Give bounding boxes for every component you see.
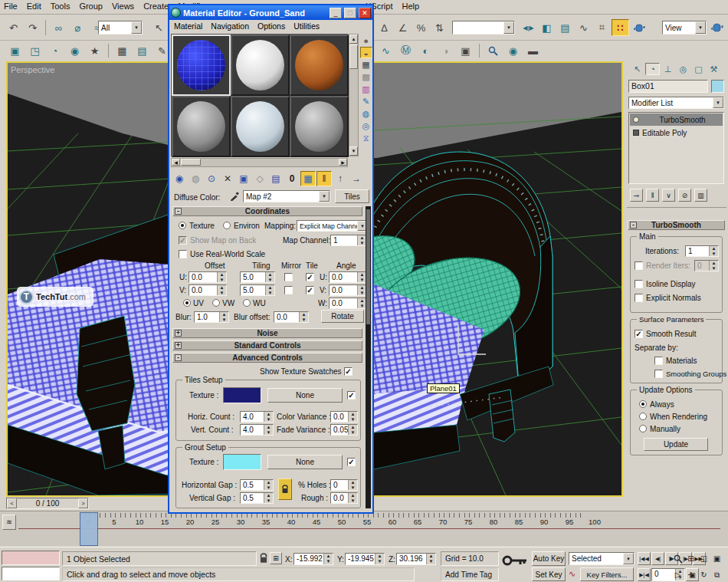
map-name-dropdown[interactable]: Map #2▼ xyxy=(243,190,330,202)
unlink-icon[interactable]: ⌀ xyxy=(69,19,87,36)
sphere-tool-icon[interactable]: ◔ xyxy=(46,42,64,59)
material-options-icon[interactable]: ◍ xyxy=(360,108,372,120)
configure-modifier-sets-icon[interactable]: ▥ xyxy=(694,189,707,202)
close-button[interactable]: ✕ xyxy=(359,8,371,18)
spinner[interactable] xyxy=(264,480,273,490)
me-menu-material[interactable]: Material xyxy=(174,21,202,31)
spinner[interactable] xyxy=(375,554,384,564)
render-scene-icon[interactable]: ◐ xyxy=(417,42,435,59)
map-type-button[interactable]: Tiles xyxy=(335,189,369,203)
y-coordinate-field[interactable]: -19.945 xyxy=(345,553,385,565)
spinner[interactable] xyxy=(348,412,357,422)
remove-modifier-icon[interactable]: ⊘ xyxy=(678,189,691,202)
eyedropper-icon[interactable] xyxy=(229,190,241,205)
put-to-library-icon[interactable]: ▤ xyxy=(268,171,284,186)
time-cursor[interactable] xyxy=(80,512,98,546)
reset-map-icon[interactable]: ✕ xyxy=(220,171,235,186)
v-tiling-field[interactable]: 5.0 xyxy=(240,284,275,296)
spinner[interactable] xyxy=(265,285,274,295)
spinner[interactable] xyxy=(348,425,357,435)
spinner[interactable] xyxy=(348,480,357,490)
background-icon[interactable]: ▦ xyxy=(360,59,372,71)
menu-group[interactable]: Group xyxy=(79,0,103,12)
iterations-field[interactable]: 1 xyxy=(685,245,719,257)
v-angle-field[interactable]: 0.0 xyxy=(329,284,367,296)
vert-count-field[interactable]: 4.0 xyxy=(240,424,274,436)
get-material-icon[interactable]: ◉ xyxy=(172,171,187,186)
z-coordinate-field[interactable]: 30.196 xyxy=(396,553,436,565)
spinner-snap-icon[interactable]: ⇅ xyxy=(431,19,448,36)
gizmo-icon[interactable]: ◉ xyxy=(66,42,84,59)
spinner[interactable] xyxy=(299,312,308,322)
make-copy-icon[interactable]: ▣ xyxy=(236,171,251,186)
layer-stack-icon[interactable]: ▤ xyxy=(133,42,151,59)
next-frame-slider-button[interactable]: > xyxy=(78,498,88,508)
render-setup-icon[interactable] xyxy=(630,19,648,36)
previous-frame-button[interactable]: ◀| xyxy=(651,552,664,565)
menu-create[interactable]: Create xyxy=(143,0,169,12)
track-bar[interactable]: ≋ 05101520253035404550556065707580859095… xyxy=(0,511,728,546)
key-mode-dropdown[interactable]: Selected▼ xyxy=(569,552,635,565)
sample-type-icon[interactable]: ● xyxy=(360,35,372,46)
quick-render-icon[interactable] xyxy=(708,19,726,36)
absolute-offset-toggle[interactable]: ⊞ xyxy=(270,552,282,564)
slots-hscrollbar[interactable]: ◀ ▶ xyxy=(171,158,348,167)
wu-radio[interactable] xyxy=(243,299,251,307)
smooth-result-checkbox[interactable] xyxy=(635,330,643,338)
prev-frame-slider-button[interactable]: < xyxy=(7,498,17,508)
modifier-list-dropdown[interactable]: Modifier List▼ xyxy=(628,97,724,109)
assign-material-icon[interactable]: ⊙ xyxy=(204,171,219,186)
horizontal-gap-field[interactable]: 0.5 xyxy=(240,479,274,491)
tiles-texture-none-button[interactable]: None xyxy=(267,388,343,403)
menu-edit[interactable]: Edit xyxy=(27,0,41,12)
cube-icon[interactable] xyxy=(633,130,639,136)
params-scroll-thumb[interactable] xyxy=(366,209,370,324)
material-slot-6[interactable] xyxy=(290,96,349,157)
tiles-texture-checkbox[interactable] xyxy=(347,391,356,400)
redo-icon[interactable]: ↷ xyxy=(24,19,41,36)
arc-rotate-icon[interactable]: ↻ xyxy=(697,568,710,581)
vertical-gap-field[interactable]: 0.5 xyxy=(240,492,274,504)
layer-manager-icon[interactable]: ▤ xyxy=(556,19,574,36)
align-icon[interactable]: ◧ xyxy=(538,19,556,36)
make-preview-icon[interactable]: ✎ xyxy=(360,96,372,107)
min-max-toggle-icon[interactable]: ⧉ xyxy=(710,568,723,581)
snapshot-icon[interactable]: ◳ xyxy=(26,42,44,59)
isoline-display-checkbox[interactable] xyxy=(635,280,643,288)
spinner[interactable] xyxy=(709,261,718,271)
x-coordinate-field[interactable]: -15.992 xyxy=(293,553,333,565)
sample-uv-tiling-icon[interactable]: ▩ xyxy=(360,71,372,83)
rollout-noise[interactable]: Noise xyxy=(172,328,362,338)
show-texture-swatches-checkbox[interactable] xyxy=(344,367,353,376)
pan-icon[interactable]: ✛ xyxy=(684,568,697,581)
go-to-start-button[interactable]: |◀◀ xyxy=(638,552,651,565)
rollout-advanced-controls[interactable]: Advanced Controls xyxy=(172,353,362,363)
material-slot-5[interactable] xyxy=(231,96,290,157)
vscroll-thumb[interactable] xyxy=(349,44,358,69)
zoom-extents-all-icon[interactable]: ▣ xyxy=(710,552,723,565)
spinner[interactable] xyxy=(264,425,273,435)
go-forward-sibling-icon[interactable]: → xyxy=(349,171,364,186)
me-menu-utilities[interactable]: Utilities xyxy=(293,21,320,31)
render-iters-checkbox[interactable] xyxy=(635,261,643,270)
v-offset-field[interactable]: 0.0 xyxy=(189,284,227,296)
viewport-label[interactable]: Perspective xyxy=(11,65,54,74)
v-tile-checkbox[interactable] xyxy=(306,286,314,294)
camera-view-icon[interactable]: ◉ xyxy=(504,42,522,59)
manually-radio[interactable] xyxy=(639,425,647,432)
select-and-link-icon[interactable]: ∞ xyxy=(50,19,67,36)
tab-hierarchy[interactable]: ⊥ xyxy=(661,63,675,75)
selection-filter-dropdown[interactable]: All▼ xyxy=(98,21,143,35)
make-unique-icon[interactable]: ◇ xyxy=(252,171,267,186)
make-unique-stack-icon[interactable]: ∨ xyxy=(662,189,675,202)
auto-key-button[interactable]: Auto Key xyxy=(532,551,566,566)
schematic-view-icon[interactable]: ⌗ xyxy=(593,19,611,36)
uv-radio[interactable] xyxy=(183,299,191,307)
menu-file[interactable]: File xyxy=(4,0,18,12)
params-scrollbar[interactable] xyxy=(366,206,371,508)
selection-lock-icon[interactable] xyxy=(259,553,268,567)
bulb-icon[interactable] xyxy=(633,117,639,123)
maxscript-mini-listener-white[interactable] xyxy=(2,567,60,580)
smoothing-groups-checkbox[interactable] xyxy=(654,370,663,378)
video-color-check-icon[interactable]: ▥ xyxy=(360,84,372,95)
